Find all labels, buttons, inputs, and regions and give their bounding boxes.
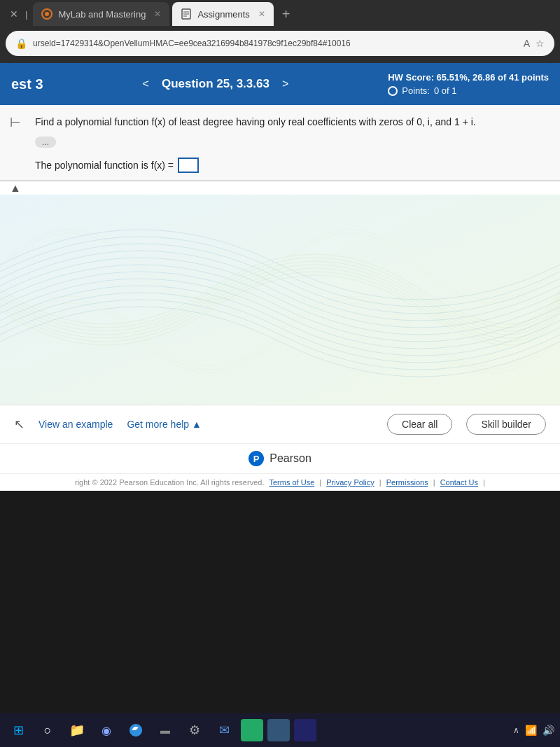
window-close-button[interactable]: ✕	[6, 8, 22, 20]
hw-score-label: HW Score:	[388, 72, 434, 83]
circle-icon	[388, 86, 398, 96]
favorites-icon[interactable]: ☆	[536, 38, 545, 49]
hw-title: est 3	[11, 76, 43, 92]
green-app-taskbar-button[interactable]	[241, 719, 263, 741]
tab-mylab-close[interactable]: ✕	[154, 9, 161, 19]
search-taskbar-button[interactable]: ○	[35, 718, 60, 743]
get-more-help-button[interactable]: Get more help ▲	[127, 419, 201, 430]
pearson-footer: P Pearson	[0, 443, 560, 473]
tab-assignments-label: Assignments	[197, 9, 249, 20]
points-line: Points: 0 of 1	[388, 84, 549, 98]
question-nav: < Question 25, 3.3.63 >	[137, 75, 295, 93]
tab-assignments-close[interactable]: ✕	[258, 9, 265, 19]
edge-taskbar-button[interactable]	[123, 718, 148, 743]
question-label: Question 25, 3.3.63	[162, 77, 270, 91]
address-bar[interactable]: 🔒 urseld=17429314&OpenVellumHMAC=ee9cea3…	[6, 31, 554, 56]
browser-taskbar-button[interactable]: ◉	[94, 718, 119, 743]
file-explorer-taskbar-button[interactable]: 📁	[64, 718, 90, 743]
cursor-icon: ↖	[14, 417, 24, 432]
dark-app-taskbar-button[interactable]	[294, 719, 316, 741]
contact-link[interactable]: Contact Us	[440, 478, 478, 487]
terminal-taskbar-button[interactable]: ▬	[153, 718, 178, 743]
expand-toggle-icon[interactable]: ▲	[10, 182, 21, 195]
mail-taskbar-button[interactable]: ✉	[211, 718, 237, 743]
section-expand: ▲	[0, 181, 560, 195]
tab-assignments[interactable]: Assignments ✕	[172, 2, 273, 26]
copyright-bar: right © 2022 Pearson Education Inc. All …	[0, 473, 560, 491]
windows-start-button[interactable]: ⊞	[6, 718, 31, 743]
tab-mylab[interactable]: MyLab and Mastering ✕	[33, 2, 169, 26]
hw-score-line: HW Score: 65.51%, 26.86 of 41 points	[388, 71, 549, 85]
assignments-tab-icon	[181, 8, 192, 20]
settings-taskbar-button[interactable]: ⚙	[182, 718, 207, 743]
reader-mode-icon[interactable]: A	[524, 38, 530, 49]
collapse-icon[interactable]: ⊢	[10, 115, 21, 130]
question-header: est 3 < Question 25, 3.3.63 > HW Score: …	[0, 63, 560, 105]
view-example-link[interactable]: View an example	[38, 419, 113, 430]
question-body: ⊢ Find a polynomial function f(x) of lea…	[0, 105, 560, 181]
mylab-tab-icon	[41, 8, 52, 20]
score-info: HW Score: 65.51%, 26.86 of 41 points Poi…	[388, 71, 549, 98]
svg-point-1	[45, 12, 49, 16]
answer-prefix: The polynomial function is f(x) =	[35, 160, 174, 171]
pearson-label: Pearson	[270, 452, 312, 465]
answer-line: The polynomial function is f(x) =	[35, 158, 546, 173]
answer-input[interactable]	[178, 158, 199, 173]
blue-app-taskbar-button[interactable]	[267, 719, 290, 741]
points-value: 0 of 1	[434, 84, 457, 98]
wave-graphic	[0, 195, 560, 405]
permissions-link[interactable]: Permissions	[386, 478, 428, 487]
more-button[interactable]: ...	[35, 137, 56, 148]
wifi-icon: 📶	[525, 725, 537, 736]
clear-all-button[interactable]: Clear all	[387, 414, 452, 435]
taskbar-arrow-icon: ∧	[513, 725, 519, 735]
new-tab-button[interactable]: +	[276, 6, 296, 22]
copyright-text: right © 2022 Pearson Education Inc. All …	[75, 478, 264, 487]
taskbar-right: ∧ 📶 🔊	[513, 725, 554, 736]
next-question-button[interactable]: >	[276, 75, 294, 93]
separator: |	[25, 9, 27, 20]
url-text: urseld=17429314&OpenVellumHMAC=ee9cea321…	[33, 39, 518, 48]
privacy-link[interactable]: Privacy Policy	[326, 478, 374, 487]
bottom-toolbar: ↖ View an example Get more help ▲ Clear …	[0, 405, 560, 443]
wave-area	[0, 195, 560, 405]
browser-chrome: ✕ | MyLab and Mastering ✕	[0, 0, 560, 63]
taskbar: ⊞ ○ 📁 ◉ ▬ ⚙ ✉ ∧ 📶 🔊	[0, 713, 560, 747]
pearson-p-icon: P	[248, 451, 264, 466]
tab-mylab-label: MyLab and Mastering	[58, 9, 146, 20]
hw-score-value: 65.51%, 26.86 of 41 points	[437, 72, 549, 83]
points-label: Points:	[402, 84, 430, 98]
skill-builder-button[interactable]: Skill builder	[466, 414, 546, 435]
pearson-logo: P Pearson	[7, 451, 553, 466]
question-text: Find a polynomial function f(x) of least…	[35, 115, 546, 130]
tab-bar: ✕ | MyLab and Mastering ✕	[0, 0, 560, 28]
volume-icon: 🔊	[542, 725, 554, 736]
copyright-links: Terms of Use | Privacy Policy | Permissi…	[267, 478, 485, 487]
page-content: est 3 < Question 25, 3.3.63 > HW Score: …	[0, 63, 560, 491]
lock-icon: 🔒	[15, 38, 27, 49]
prev-question-button[interactable]: <	[137, 75, 155, 93]
terms-link[interactable]: Terms of Use	[270, 478, 315, 487]
